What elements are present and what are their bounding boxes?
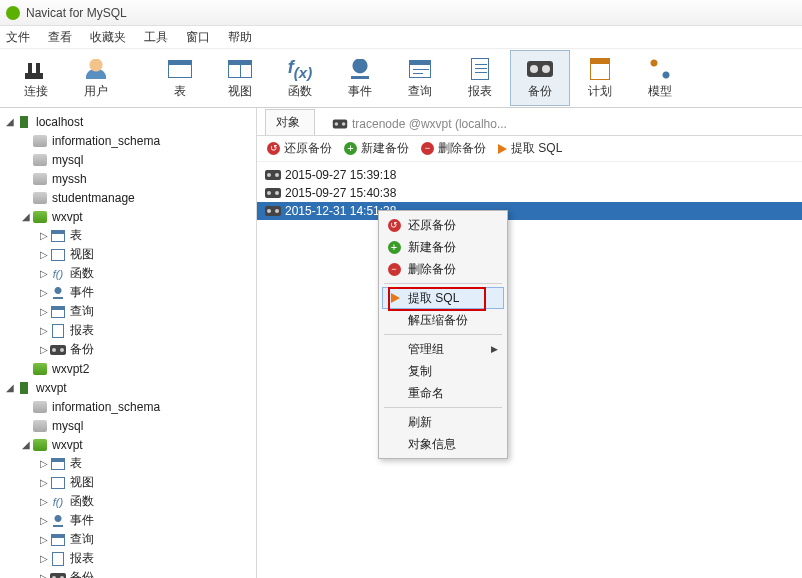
db-mysql-2[interactable]: mysql [0, 416, 256, 435]
restore-icon: ↺ [388, 219, 401, 232]
ctx-refresh[interactable]: 刷新 [382, 411, 504, 433]
tool-event[interactable]: 事件 [330, 50, 390, 106]
add-icon: + [344, 142, 357, 155]
view-icon [51, 249, 65, 261]
tab-tracenode[interactable]: tracenode @wxvpt (localho... [321, 112, 522, 135]
ctx-delete[interactable]: −删除备份 [382, 258, 504, 280]
view-icon [51, 477, 65, 489]
action-restore[interactable]: ↺还原备份 [267, 140, 332, 157]
database-open-icon [33, 211, 47, 223]
node-reports[interactable]: ▷报表 [0, 321, 256, 340]
plug-icon [25, 59, 47, 79]
db-wxvpt2[interactable]: wxvpt2 [0, 359, 256, 378]
database-icon [33, 192, 47, 204]
context-menu: ↺还原备份 +新建备份 −删除备份 提取 SQL 解压缩备份 管理组▶ 复制 重… [378, 210, 508, 459]
conn-wxvpt[interactable]: ◢wxvpt [0, 378, 256, 397]
tool-user[interactable]: 用户 [66, 50, 126, 106]
database-icon [33, 154, 47, 166]
user-icon [86, 59, 106, 79]
node-queries-2[interactable]: ▷查询 [0, 530, 256, 549]
backup-list[interactable]: 2015-09-27 15:39:18 2015-09-27 15:40:38 … [257, 162, 802, 224]
event-icon [351, 59, 369, 79]
tool-connect[interactable]: 连接 [6, 50, 66, 106]
ctx-rename[interactable]: 重命名 [382, 382, 504, 404]
node-views[interactable]: ▷视图 [0, 245, 256, 264]
db-myssh[interactable]: myssh [0, 169, 256, 188]
report-icon [471, 58, 489, 80]
tool-func[interactable]: f(x)函数 [270, 50, 330, 106]
server-icon [20, 116, 24, 128]
tool-query[interactable]: 查询 [390, 50, 450, 106]
main-toolbar: 连接 用户 表 视图 f(x)函数 事件 查询 报表 备份 计划 模型 [0, 48, 802, 108]
separator [384, 334, 502, 335]
node-events[interactable]: ▷事件 [0, 283, 256, 302]
ctx-extract-sql[interactable]: 提取 SQL [382, 287, 504, 309]
tool-report[interactable]: 报表 [450, 50, 510, 106]
node-functions-2[interactable]: ▷f()函数 [0, 492, 256, 511]
ctx-group[interactable]: 管理组▶ [382, 338, 504, 360]
node-backups-2[interactable]: ▷备份 [0, 568, 256, 578]
db-wxvpt[interactable]: ◢wxvpt [0, 207, 256, 226]
database-icon [33, 135, 47, 147]
action-extract[interactable]: 提取 SQL [498, 140, 562, 157]
backup-icon [265, 206, 281, 216]
tool-model[interactable]: 模型 [630, 50, 690, 106]
node-backups[interactable]: ▷备份 [0, 340, 256, 359]
db-wxvpt-2[interactable]: ◢wxvpt [0, 435, 256, 454]
menu-help[interactable]: 帮助 [228, 29, 252, 46]
menu-view[interactable]: 查看 [48, 29, 72, 46]
node-tables[interactable]: ▷表 [0, 226, 256, 245]
function-icon: f() [53, 496, 63, 508]
backup-actions: ↺还原备份 +新建备份 −删除备份 提取 SQL [257, 136, 802, 162]
node-tables-2[interactable]: ▷表 [0, 454, 256, 473]
conn-localhost[interactable]: ◢localhost [0, 112, 256, 131]
menu-window[interactable]: 窗口 [186, 29, 210, 46]
db-information-schema[interactable]: information_schema [0, 131, 256, 150]
tool-backup[interactable]: 备份 [510, 50, 570, 106]
plan-icon [590, 58, 610, 80]
backup-icon [333, 120, 347, 129]
ctx-new[interactable]: +新建备份 [382, 236, 504, 258]
action-new[interactable]: +新建备份 [344, 140, 409, 157]
report-icon [52, 552, 64, 566]
tab-object[interactable]: 对象 [265, 109, 315, 135]
action-delete[interactable]: −删除备份 [421, 140, 486, 157]
menu-tools[interactable]: 工具 [144, 29, 168, 46]
backup-item[interactable]: 2015-09-27 15:39:18 [257, 166, 802, 184]
db-information-schema-2[interactable]: information_schema [0, 397, 256, 416]
delete-icon: − [388, 263, 401, 276]
function-icon: f() [53, 268, 63, 280]
model-icon [650, 59, 670, 79]
ctx-unzip[interactable]: 解压缩备份 [382, 309, 504, 331]
backup-item[interactable]: 2015-09-27 15:40:38 [257, 184, 802, 202]
event-icon [53, 287, 63, 299]
separator [384, 283, 502, 284]
app-title: Navicat for MySQL [26, 6, 127, 20]
tool-view[interactable]: 视图 [210, 50, 270, 106]
node-events-2[interactable]: ▷事件 [0, 511, 256, 530]
submenu-arrow-icon: ▶ [491, 344, 498, 354]
ctx-copy[interactable]: 复制 [382, 360, 504, 382]
menu-fav[interactable]: 收藏夹 [90, 29, 126, 46]
db-studentmanage[interactable]: studentmanage [0, 188, 256, 207]
query-icon [409, 60, 431, 78]
ctx-restore[interactable]: ↺还原备份 [382, 214, 504, 236]
db-mysql[interactable]: mysql [0, 150, 256, 169]
node-queries[interactable]: ▷查询 [0, 302, 256, 321]
node-views-2[interactable]: ▷视图 [0, 473, 256, 492]
tool-plan[interactable]: 计划 [570, 50, 630, 106]
node-functions[interactable]: ▷f()函数 [0, 264, 256, 283]
tool-table[interactable]: 表 [150, 50, 210, 106]
database-icon [33, 420, 47, 432]
app-icon [6, 6, 20, 20]
add-icon: + [388, 241, 401, 254]
backup-icon [50, 345, 66, 355]
ctx-objinfo[interactable]: 对象信息 [382, 433, 504, 455]
node-reports-2[interactable]: ▷报表 [0, 549, 256, 568]
backup-icon [265, 188, 281, 198]
content-tabs: 对象 tracenode @wxvpt (localho... [257, 108, 802, 136]
menu-file[interactable]: 文件 [6, 29, 30, 46]
table-icon [51, 458, 65, 470]
backup-item-selected[interactable]: 2015-12-31 14:51:38 [257, 202, 802, 220]
connection-tree[interactable]: ◢localhost information_schema mysql myss… [0, 108, 257, 578]
